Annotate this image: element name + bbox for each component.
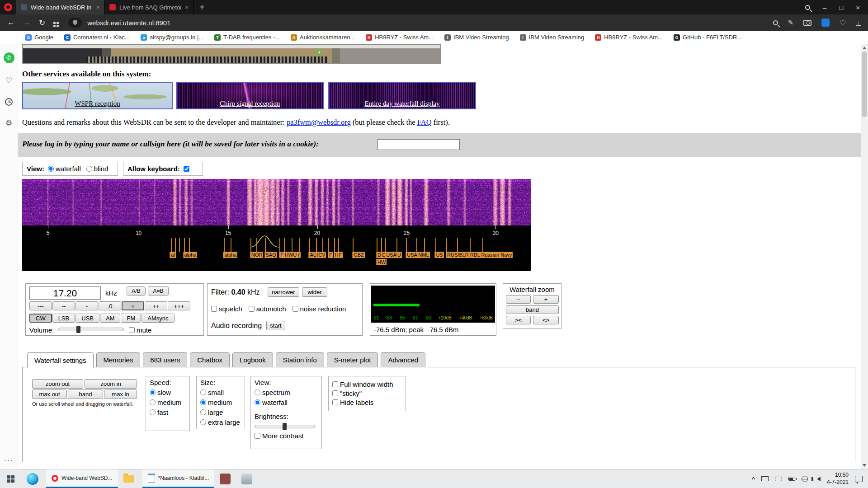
bookmark-item[interactable]: HHB9RYZ - Swiss Am... xyxy=(366,34,434,41)
shift-left-button[interactable]: >< xyxy=(506,316,531,324)
station-label[interactable]: GBZ xyxy=(352,252,365,258)
station-label[interactable]: F HWU ( xyxy=(279,252,301,258)
tab-s-meter-plot[interactable]: S-meter plot xyxy=(327,352,378,367)
speed-option-slow[interactable]: slow xyxy=(150,389,186,396)
pageview-option-waterfall[interactable]: waterfall xyxy=(48,165,81,173)
station-label[interactable]: HW xyxy=(376,259,387,265)
mode-am-button[interactable]: AM xyxy=(100,314,121,323)
faq-link[interactable]: FAQ xyxy=(417,118,432,127)
bookmark-item[interactable]: HHB9RYZ - Swiss Am... xyxy=(595,34,663,41)
freq-step-button[interactable]: - xyxy=(75,301,98,310)
day-waterfall-thumbnail[interactable]: Entire day waterfall display xyxy=(328,82,476,109)
sidebar-more-icon[interactable]: ··· xyxy=(4,456,14,464)
volume-slider[interactable] xyxy=(58,328,124,331)
station-label[interactable]: al xyxy=(170,252,176,258)
network-tray-icon[interactable] xyxy=(802,476,808,482)
bookmark-item[interactable]: TT-DAB frequenties -... xyxy=(214,34,280,41)
start-recording-button[interactable]: start xyxy=(266,321,285,330)
page-scrollbar[interactable] xyxy=(861,44,868,469)
tab-advanced[interactable]: Advanced xyxy=(381,352,425,367)
chirp-thumbnail[interactable]: Chirp signal reception xyxy=(176,82,324,109)
autonotch-checkbox[interactable]: autonotch xyxy=(249,305,286,313)
checkbox-input[interactable] xyxy=(332,390,338,396)
flag-checkbox[interactable]: "sticky" xyxy=(332,389,402,397)
station-label[interactable]: F xyxy=(328,252,333,258)
freq-step-button[interactable]: .0 xyxy=(99,301,121,310)
shift-right-button[interactable]: <> xyxy=(533,316,559,324)
mode-fm-button[interactable]: FM xyxy=(121,314,141,323)
slider-thumb[interactable] xyxy=(76,326,80,333)
station-label[interactable]: USA xyxy=(385,252,397,258)
history-clock-icon[interactable] xyxy=(5,98,13,106)
mute-checkbox[interactable]: mute xyxy=(129,326,151,334)
thumbnail-caption[interactable]: WSPR reception xyxy=(23,100,172,108)
mute-checkbox-input[interactable] xyxy=(129,327,135,333)
wider-button[interactable]: wider xyxy=(302,287,327,297)
station-label[interactable]: SAQ xyxy=(264,252,277,258)
downloads-icon[interactable]: ↓ xyxy=(856,19,861,26)
adblock-badge-icon[interactable] xyxy=(821,19,830,27)
taskbar-edge-icon[interactable] xyxy=(22,469,43,488)
station-label[interactable]: U xyxy=(396,252,402,258)
taskbar-clock[interactable]: 10:50 4-7-2021 xyxy=(827,472,849,486)
band-button[interactable]: band xyxy=(68,389,103,399)
radio-input[interactable] xyxy=(150,399,156,405)
bookmark-item[interactable]: CCoronatest.nl - Klac... xyxy=(64,34,130,41)
new-tab-button[interactable]: + xyxy=(193,2,211,13)
speed-option-fast[interactable]: fast xyxy=(150,408,186,416)
station-label[interactable]: alpha xyxy=(183,252,198,258)
waterfall-zoom-out-button[interactable]: – xyxy=(506,295,531,304)
speed-dial-icon[interactable] xyxy=(53,22,56,24)
checkbox-input[interactable] xyxy=(211,306,217,312)
volume-tray-icon[interactable] xyxy=(817,477,821,481)
flag-checkbox[interactable]: Full window width xyxy=(332,380,402,388)
forward-button[interactable]: → xyxy=(23,18,31,27)
station-label[interactable]: ICV xyxy=(316,252,326,258)
station-label[interactable]: USA NML xyxy=(406,252,429,258)
wspr-thumbnail[interactable]: WSPR reception xyxy=(22,82,173,109)
more-contrast-checkbox[interactable]: More contrast xyxy=(255,432,318,440)
tab-memories[interactable]: Memories xyxy=(96,352,141,367)
battery-tray-icon[interactable] xyxy=(788,477,795,481)
radio-input[interactable] xyxy=(200,409,206,415)
tab-waterfall-settings[interactable]: Waterfall settings xyxy=(27,352,94,368)
mode-usb-button[interactable]: USB xyxy=(75,314,99,323)
reload-button[interactable]: ↻ xyxy=(39,18,45,28)
callsign-input[interactable] xyxy=(377,139,460,150)
browser-tab[interactable]: Wide-band WebSDR in En× xyxy=(16,0,105,14)
bookmark-item[interactable]: GGitHub - F6FLT/SDR... xyxy=(674,34,742,41)
checkbox-input[interactable] xyxy=(332,399,338,405)
radio-input[interactable] xyxy=(48,166,54,172)
freq-step-button[interactable]: --- xyxy=(29,301,52,310)
flag-checkbox[interactable]: Hide labels xyxy=(332,399,402,406)
wfview-option-waterfall[interactable]: waterfall xyxy=(255,399,318,406)
monitor-tray-icon[interactable] xyxy=(761,476,769,481)
scroll-up-arrow[interactable] xyxy=(863,47,866,49)
tab-logbook[interactable]: Logbook xyxy=(232,352,273,367)
radio-input[interactable] xyxy=(200,389,206,395)
size-option-large[interactable]: large xyxy=(200,408,241,416)
bookmarks-heart-icon[interactable]: ♡ xyxy=(5,76,12,85)
close-button[interactable]: × xyxy=(856,4,860,11)
pageview-option-blind[interactable]: blind xyxy=(86,165,108,173)
camera-icon[interactable] xyxy=(803,20,811,26)
mode-amsync-button[interactable]: AMsync xyxy=(142,314,174,323)
allow-keyboard-checkbox[interactable] xyxy=(184,166,189,172)
mode-lsb-button[interactable]: LSB xyxy=(52,314,75,323)
site-info-badge[interactable] xyxy=(68,18,82,28)
waterfall-zoom-in-button[interactable]: + xyxy=(533,295,559,304)
tab-close-icon[interactable]: × xyxy=(96,4,100,11)
ab-toggle-button[interactable]: A/B xyxy=(127,286,146,296)
more-contrast-input[interactable] xyxy=(255,433,260,439)
thumbnail-caption[interactable]: Entire day waterfall display xyxy=(329,100,475,108)
tab-683-users[interactable]: 683 users xyxy=(143,352,187,367)
email-link[interactable]: pa3fwm@websdr.org xyxy=(287,118,351,127)
speed-option-medium[interactable]: medium xyxy=(150,399,186,406)
scrollbar-thumb[interactable] xyxy=(862,52,867,117)
freq-step-button[interactable]: +++ xyxy=(168,301,190,310)
browser-tab[interactable]: Live from SAQ Grimeton o× xyxy=(105,0,193,14)
size-option-medium[interactable]: medium xyxy=(200,399,241,406)
zoom-out-button[interactable]: zoom out xyxy=(32,379,83,389)
slider-thumb[interactable] xyxy=(283,423,287,430)
squelch-checkbox[interactable]: squelch xyxy=(211,305,242,313)
